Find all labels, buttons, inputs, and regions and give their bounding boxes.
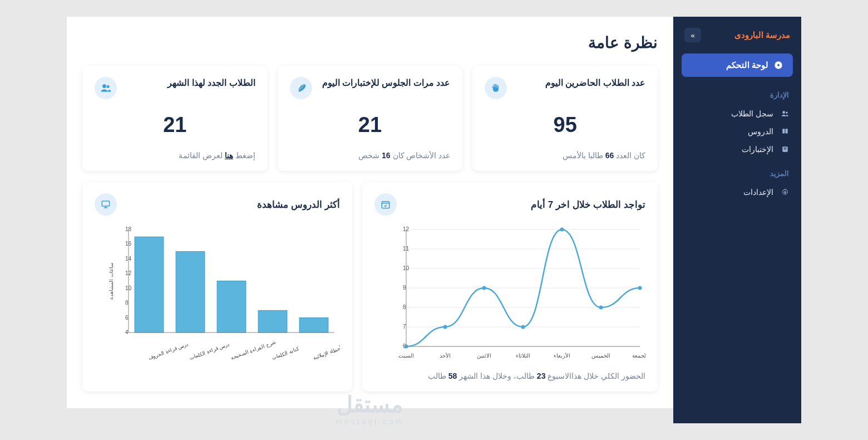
show-list-link[interactable]: هنا — [225, 151, 233, 160]
dashboard-label: لوحة التحكم — [726, 60, 768, 70]
sidebar-item-label: الإختبارات — [742, 145, 773, 154]
svg-rect-51 — [176, 252, 205, 333]
users-icon — [95, 77, 117, 99]
sidebar-item-settings[interactable]: الإعدادات — [673, 183, 801, 201]
svg-point-1 — [777, 64, 780, 66]
card-value: 21 — [290, 113, 451, 137]
sidebar-item-students[interactable]: سجل الطلاب — [673, 105, 801, 123]
svg-point-2 — [782, 111, 785, 114]
svg-rect-57 — [299, 318, 328, 333]
line-chart: 6789101112السبتالأحدالاثنينالثلاثاءالأرب… — [374, 224, 645, 363]
svg-text:الخميس: الخميس — [591, 353, 610, 359]
card-value: 95 — [485, 113, 645, 137]
svg-text:8: 8 — [125, 300, 129, 306]
school-name: مدرسة البارودى — [734, 30, 790, 40]
section-more-label: المزيد — [673, 169, 801, 183]
feather-icon — [290, 77, 312, 99]
svg-text:الاثنين: الاثنين — [477, 353, 491, 359]
monitor-icon — [95, 193, 117, 216]
sidebar-item-exams[interactable]: الإختبارات — [673, 140, 801, 158]
users-icon — [780, 110, 789, 118]
svg-text:8: 8 — [403, 304, 406, 310]
sidebar-item-lessons[interactable]: الدروس — [673, 123, 801, 140]
card-value: 21 — [95, 113, 255, 137]
svg-text:6: 6 — [125, 315, 129, 321]
svg-text:9: 9 — [403, 285, 406, 291]
bar-chart-card: أكثر الدروس مشاهدة 4681012141618ساعات ال… — [82, 182, 352, 392]
chevron-double-left-icon: » — [691, 31, 694, 40]
card-title: عدد مرات الجلوس للإختبارات اليوم — [322, 77, 451, 89]
charts-row: تواجد الطلاب خلال اخر 7 أيام 6789101112ا… — [82, 182, 658, 392]
chart-title: أكثر الدروس مشاهدة — [257, 199, 339, 211]
svg-point-6 — [102, 84, 106, 88]
calendar-check-icon — [374, 193, 397, 216]
svg-point-5 — [784, 191, 786, 193]
card-exam-sittings: عدد مرات الجلوس للإختبارات اليوم 21 عدد … — [278, 66, 463, 171]
svg-rect-55 — [258, 310, 287, 333]
svg-text:درس الأخطاء الإملائية: درس الأخطاء الإملائية — [312, 340, 340, 361]
svg-text:الأحد: الأحد — [440, 353, 451, 359]
hand-icon — [485, 77, 507, 99]
svg-point-29 — [638, 286, 642, 290]
svg-text:درس قراءة الكلمات: درس قراءة الكلمات — [189, 341, 230, 361]
sidebar-item-label: الإعدادات — [743, 188, 773, 197]
main-content: نظرة عامة عدد الطلاب الحاضرين اليوم 95 ك… — [67, 17, 673, 408]
stat-cards-row: عدد الطلاب الحاضرين اليوم 95 كان العدد 6… — [82, 66, 658, 171]
gear-icon — [780, 188, 789, 196]
sidebar-item-label: الدروس — [748, 127, 773, 136]
svg-text:ساعات المشاهدة: ساعات المشاهدة — [108, 262, 114, 300]
line-chart-card: تواجد الطلاب خلال اخر 7 أيام 6789101112ا… — [362, 182, 658, 392]
card-title: عدد الطلاب الحاضرين اليوم — [545, 77, 645, 89]
svg-point-27 — [560, 228, 564, 232]
book-icon — [780, 128, 789, 135]
svg-text:كتابة الكلمات: كتابة الكلمات — [271, 346, 300, 361]
svg-rect-53 — [217, 281, 246, 333]
test-icon — [780, 145, 789, 153]
svg-point-24 — [443, 325, 447, 329]
chart-title: تواجد الطلاب خلال اخر 7 أيام — [531, 199, 645, 211]
bar-chart: 4681012141618ساعات المشاهدةدرس قراءة الح… — [95, 224, 340, 363]
svg-text:درس قراءة الحروف: درس قراءة الحروف — [147, 341, 189, 361]
svg-point-28 — [599, 306, 603, 310]
svg-text:الثلاثاء: الثلاثاء — [516, 353, 530, 359]
sidebar: مدرسة البارودى » لوحة التحكم الإدارة سجل… — [673, 17, 801, 423]
svg-rect-49 — [135, 237, 164, 333]
svg-point-3 — [786, 112, 788, 114]
svg-text:شرح القراءة الصحيحة: شرح القراءة الصحيحة — [230, 339, 277, 361]
svg-point-7 — [107, 85, 110, 88]
svg-text:4: 4 — [125, 329, 129, 335]
chart-footer: الحضور الكلي خلال هذاالاسبوع 23 طالب، وخ… — [374, 371, 645, 380]
card-new-students: الطلاب الجدد لهذا الشهر 21 إضغط هنا لعرض… — [82, 66, 268, 171]
dashboard-icon — [774, 61, 783, 70]
sidebar-item-label: سجل الطلاب — [731, 109, 773, 118]
page-title: نظرة عامة — [82, 33, 658, 52]
card-footer: عدد الأشخاص كان 16 شخص — [290, 151, 451, 160]
dashboard-button[interactable]: لوحة التحكم — [682, 53, 793, 77]
card-footer: كان العدد 66 طالبا بالأمس — [485, 151, 645, 160]
section-admin-label: الإدارة — [673, 91, 801, 105]
card-students-today: عدد الطلاب الحاضرين اليوم 95 كان العدد 6… — [472, 66, 658, 171]
svg-point-25 — [482, 286, 486, 290]
svg-text:السبت: السبت — [398, 353, 414, 359]
svg-rect-8 — [382, 202, 389, 208]
svg-text:7: 7 — [403, 324, 406, 330]
svg-point-26 — [521, 325, 525, 329]
svg-text:الأربعاء: الأربعاء — [554, 353, 570, 359]
card-title: الطلاب الجدد لهذا الشهر — [167, 77, 255, 89]
svg-text:الجمعة: الجمعة — [632, 353, 645, 359]
svg-rect-39 — [102, 201, 110, 206]
card-footer: إضغط هنا لعرض القائمة — [95, 151, 255, 160]
sidebar-collapse-button[interactable]: » — [684, 28, 701, 42]
